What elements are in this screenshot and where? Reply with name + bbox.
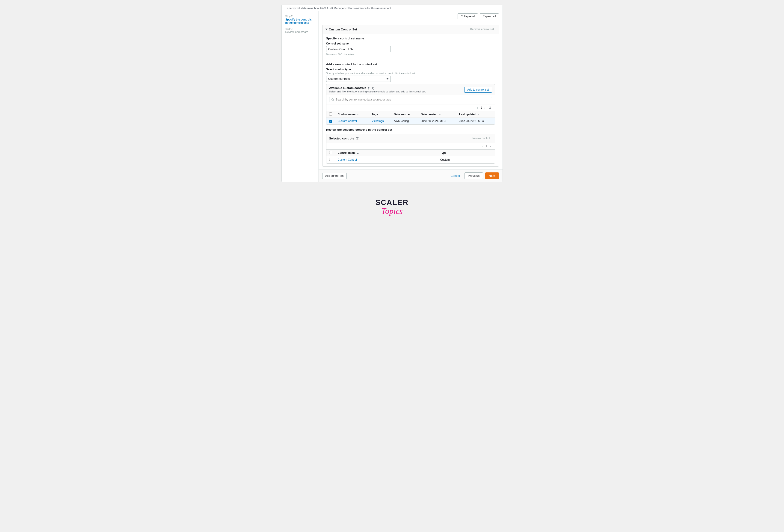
logo-section: SCALER Topics <box>375 191 409 221</box>
control-set-name-input[interactable] <box>326 46 391 52</box>
col-date-created: Date created ▼ <box>421 113 441 116</box>
control-type-select[interactable]: Custom controls Standard controls <box>326 76 391 82</box>
selected-controls-pagination: ‹ 1 › <box>327 143 495 149</box>
selected-controls-table: Control name ▲ Type Custom Contro <box>327 149 495 163</box>
available-controls-panel: Available custom controls (1/1) Select a… <box>326 84 495 125</box>
selected-page-number: 1 <box>485 144 487 148</box>
control-name-link[interactable]: Custom Control <box>338 119 357 123</box>
selected-control-name-link[interactable]: Custom Control <box>338 158 357 161</box>
available-controls-subtitle: Select and filter the list of existing c… <box>329 90 426 93</box>
last-updated-cell: June 28, 2021, UTC <box>456 118 495 124</box>
content-header: Collapse all Expand all <box>318 11 503 22</box>
footer-bar: Add control set Cancel Previous Next <box>318 169 503 182</box>
collapse-icon[interactable] <box>325 29 328 30</box>
name-section-title: Specify a control set name <box>326 37 495 40</box>
footer-right: Cancel Previous Next <box>448 172 499 179</box>
col-tags: Tags <box>369 111 391 118</box>
previous-button[interactable]: Previous <box>465 172 483 179</box>
control-set-title: Custom Control Set <box>325 28 357 31</box>
step3-label: Step 3 <box>285 27 315 30</box>
selected-select-all-checkbox[interactable] <box>329 151 332 154</box>
review-section-title: Review the selected controls in the cont… <box>326 128 495 131</box>
available-controls-title: Available custom controls (1/1) <box>329 86 426 90</box>
col-last-updated: Last updated ▲ <box>459 113 480 116</box>
sidebar: Step 2 Specify the controls in the contr… <box>282 11 318 182</box>
collapse-all-button[interactable]: Collapse all <box>457 13 478 19</box>
control-set-header: Custom Control Set Remove control set <box>323 25 499 34</box>
name-field-hint: Maximum 300 characters. <box>326 53 495 56</box>
remove-control-set-button[interactable]: Remove control set <box>468 27 496 32</box>
selected-col-control-name: Control name ▲ <box>338 151 359 155</box>
page-number: 1 <box>480 106 482 109</box>
selected-row-checkbox[interactable] <box>329 158 332 161</box>
sort-control-name-icon[interactable]: ▲ <box>357 113 359 116</box>
sidebar-step2: Step 2 Specify the controls in the contr… <box>285 15 315 24</box>
sort-date-created-icon[interactable]: ▼ <box>439 113 441 116</box>
row-checkbox[interactable]: ✓ <box>329 120 332 123</box>
sidebar-step3: Step 3 Review and create <box>285 27 315 34</box>
add-control-set-button[interactable]: Add control set <box>322 173 347 179</box>
selected-col-type: Type <box>438 149 495 156</box>
next-button[interactable]: Next <box>485 172 499 179</box>
col-data-source: Data source <box>391 111 418 118</box>
available-controls-header: Available custom controls (1/1) Select a… <box>327 84 495 95</box>
selected-type-cell: Custom <box>438 156 495 163</box>
top-note: specify will determine how AWS Audit Man… <box>282 5 503 11</box>
review-section: Review the selected controls in the cont… <box>326 128 495 164</box>
selected-control-row[interactable]: Custom Control Custom <box>327 156 495 163</box>
content-area: Collapse all Expand all Custom Control S… <box>318 11 503 182</box>
col-control-name: Control name ▲ <box>338 113 359 116</box>
step2-label: Step 2 <box>285 15 315 18</box>
remove-control-button[interactable]: Remove control <box>469 136 492 141</box>
next-page-btn[interactable]: › <box>483 105 487 110</box>
selected-controls-header: Selected controls (1) Remove control <box>327 134 495 143</box>
available-controls-table: Control name ▲ Tags Data source Date cre <box>327 111 495 124</box>
scaler-logo-text: SCALER <box>375 198 409 207</box>
add-section-title: Add a new control to the control set <box>326 62 495 66</box>
control-set-body: Specify a control set name Control set n… <box>323 34 499 166</box>
available-control-row[interactable]: ✓ Custom Control View tags AWS Config Ju… <box>327 118 495 124</box>
name-field-label: Control set name <box>326 42 495 45</box>
expand-all-button[interactable]: Expand all <box>480 13 499 19</box>
prev-page-btn[interactable]: ‹ <box>476 105 479 110</box>
selected-sort-control-name-icon[interactable]: ▲ <box>357 152 359 154</box>
available-controls-search[interactable] <box>329 97 492 102</box>
selected-controls-panel: Selected controls (1) Remove control ‹ 1… <box>326 134 495 164</box>
selected-next-page-btn[interactable]: › <box>488 144 492 148</box>
step3-title: Review and create <box>285 30 315 34</box>
cancel-button[interactable]: Cancel <box>448 173 462 179</box>
settings-icon[interactable]: ⚙ <box>488 106 492 110</box>
search-bar <box>327 95 495 105</box>
selected-prev-page-btn[interactable]: ‹ <box>481 144 484 148</box>
available-controls-pagination: ‹ 1 › ⚙ <box>327 105 495 111</box>
select-all-checkbox[interactable] <box>329 112 332 115</box>
select-type-label: Select control type <box>326 68 495 71</box>
select-type-hint: Specify whether you want to add a standa… <box>326 72 495 75</box>
selected-controls-title: Selected controls (1) <box>329 137 360 140</box>
topics-logo-text: Topics <box>375 207 409 216</box>
sort-last-updated-icon[interactable]: ▲ <box>478 113 480 116</box>
date-created-cell: June 28, 2021, UTC <box>418 118 456 124</box>
control-set-panel: Custom Control Set Remove control set Sp… <box>322 25 499 167</box>
view-tags-link[interactable]: View tags <box>372 119 384 123</box>
data-source-cell: AWS Config <box>391 118 418 124</box>
step2-title: Specify the controls in the control sets <box>285 18 315 24</box>
add-to-control-set-button[interactable]: Add to control set <box>464 87 492 93</box>
